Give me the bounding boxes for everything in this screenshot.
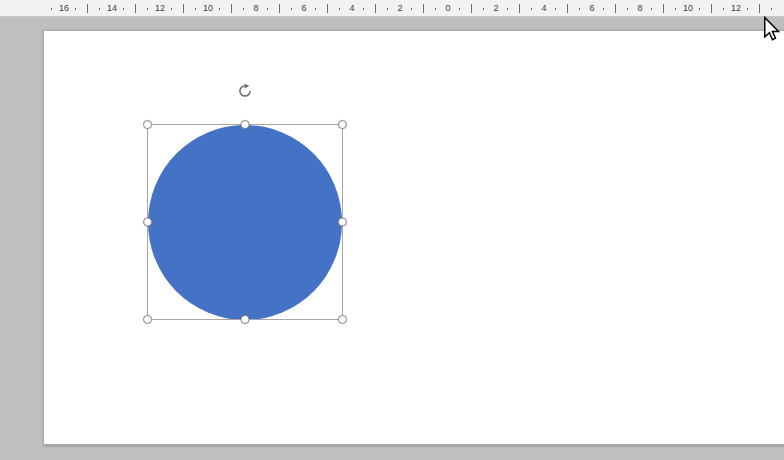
ruler-labels: 161412108642024681012 bbox=[0, 0, 784, 16]
editing-canvas[interactable] bbox=[0, 17, 784, 460]
ruler-label: 10 bbox=[202, 0, 214, 16]
resize-handle-se[interactable] bbox=[338, 315, 347, 324]
mouse-cursor-icon bbox=[763, 16, 781, 42]
rotate-clockwise-icon bbox=[237, 83, 253, 99]
ruler-label: 4 bbox=[348, 0, 355, 16]
ruler-label: 8 bbox=[636, 0, 643, 16]
resize-handle-e[interactable] bbox=[338, 218, 347, 227]
ruler-label: 8 bbox=[252, 0, 259, 16]
resize-handle-w[interactable] bbox=[143, 218, 152, 227]
resize-handle-n[interactable] bbox=[241, 120, 250, 129]
resize-handle-s[interactable] bbox=[241, 315, 250, 324]
ruler-label: 6 bbox=[300, 0, 307, 16]
ruler-label: 2 bbox=[492, 0, 499, 16]
ruler-label: 0 bbox=[444, 0, 451, 16]
ruler-label: 12 bbox=[154, 0, 166, 16]
ruler-label: 6 bbox=[588, 0, 595, 16]
resize-handle-ne[interactable] bbox=[338, 120, 347, 129]
rotation-handle[interactable] bbox=[237, 83, 253, 99]
ruler-label: 12 bbox=[730, 0, 742, 16]
horizontal-ruler: 161412108642024681012 bbox=[0, 0, 784, 17]
ruler-label: 4 bbox=[540, 0, 547, 16]
ruler-label: 14 bbox=[106, 0, 118, 16]
ruler-label: 2 bbox=[396, 0, 403, 16]
resize-handle-nw[interactable] bbox=[143, 120, 152, 129]
application-window: 161412108642024681012 bbox=[0, 0, 784, 460]
resize-handle-sw[interactable] bbox=[143, 315, 152, 324]
ruler-label: 10 bbox=[682, 0, 694, 16]
selection-bounding-box bbox=[147, 124, 343, 320]
ruler-label: 16 bbox=[58, 0, 70, 16]
slide[interactable] bbox=[43, 30, 784, 445]
